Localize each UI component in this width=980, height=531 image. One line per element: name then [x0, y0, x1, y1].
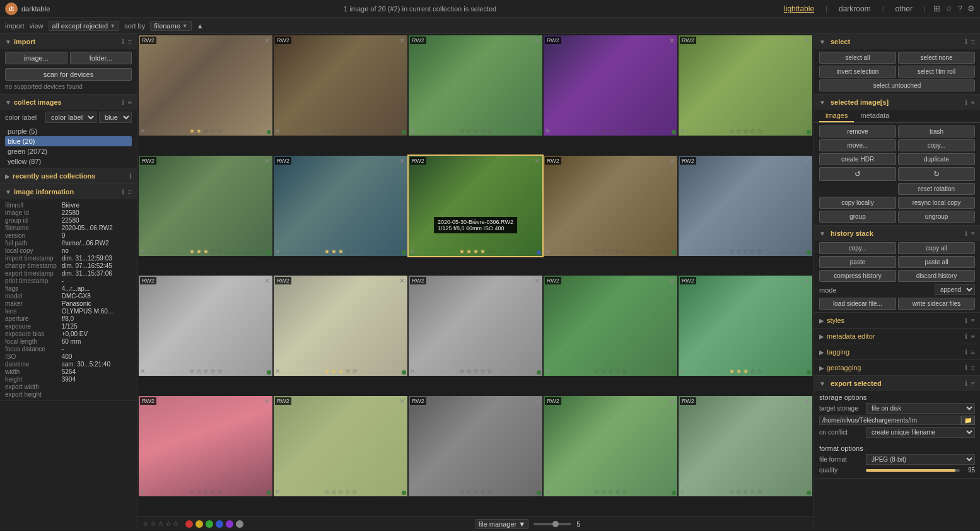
star-2-photo-18[interactable]: ☆	[473, 488, 479, 495]
geotagging-info-icon[interactable]: ℹ	[965, 364, 967, 372]
star-1-photo-14[interactable]: ☆	[601, 368, 607, 375]
photo-cell-3[interactable]: RW2✕☆☆☆☆☆✕	[409, 35, 542, 136]
photo-cell-15[interactable]: RW2✕★★★☆☆✕	[679, 276, 812, 376]
photo-stars-19[interactable]: ☆☆☆☆☆	[594, 488, 627, 495]
star-1-photo-1[interactable]: ★	[196, 127, 202, 134]
star-2-photo-12[interactable]: ★	[338, 368, 344, 375]
photo-stars-5[interactable]: ☆☆☆☆☆	[729, 127, 762, 134]
star-4[interactable]: ☆	[165, 520, 172, 528]
star-1-photo-13[interactable]: ☆	[466, 368, 472, 375]
star-4-photo-4[interactable]: ☆	[622, 127, 627, 134]
star-2-photo-16[interactable]: ☆	[203, 488, 209, 495]
star-4-photo-9[interactable]: ☆	[622, 248, 627, 255]
star-1-photo-9[interactable]: ☆	[601, 248, 607, 255]
star-0-photo-5[interactable]: ☆	[729, 127, 735, 134]
star-0-photo-11[interactable]: ☆	[189, 368, 195, 375]
photo-stars-8[interactable]: ★★★★☆	[459, 248, 493, 255]
history-copy-all-button[interactable]: copy all	[898, 242, 975, 254]
star-2-photo-9[interactable]: ☆	[608, 248, 614, 255]
ungroup-button[interactable]: ungroup	[898, 211, 975, 223]
star-2-photo-3[interactable]: ☆	[473, 127, 479, 134]
geotagging-menu-icon[interactable]: ≡	[971, 364, 975, 372]
discard-history-button[interactable]: discard history	[898, 270, 975, 282]
star-3-photo-2[interactable]: ☆	[345, 127, 351, 134]
collect-section-header[interactable]: ▼ collect images ℹ ≡	[0, 95, 137, 110]
star-2-photo-10[interactable]: ☆	[743, 248, 749, 255]
star-2-photo-13[interactable]: ☆	[473, 368, 479, 375]
star-4-photo-15[interactable]: ☆	[757, 368, 762, 375]
star-0-photo-12[interactable]: ★	[324, 368, 330, 375]
reject-icon-19[interactable]: ✕	[545, 488, 550, 495]
star-2[interactable]: ☆	[150, 520, 156, 528]
help-icon[interactable]: ?	[958, 4, 962, 13]
reject-icon-15[interactable]: ✕	[680, 368, 685, 375]
sort-dropdown[interactable]: filename ▼	[150, 21, 192, 31]
tagging-header[interactable]: ▶ tagging ℹ ≡	[814, 344, 980, 359]
photo-stars-1[interactable]: ★★☆☆☆	[189, 127, 223, 134]
star-2-photo-17[interactable]: ☆	[338, 488, 344, 495]
image-info-header[interactable]: ▼ image information ℹ ≡	[0, 184, 137, 199]
star-2-photo-11[interactable]: ☆	[203, 368, 209, 375]
star-3-photo-19[interactable]: ☆	[615, 488, 621, 495]
reject-icon-14[interactable]: ✕	[545, 368, 550, 375]
star-3-photo-5[interactable]: ☆	[750, 127, 755, 134]
collect-menu-icon[interactable]: ≡	[128, 98, 132, 107]
styles-menu-icon[interactable]: ≡	[971, 317, 975, 325]
star-1-photo-2[interactable]: ☆	[331, 127, 337, 134]
photo-stars-20[interactable]: ☆☆☆☆☆	[729, 488, 762, 495]
star-3-photo-8[interactable]: ★	[480, 248, 486, 255]
tagging-info-icon[interactable]: ℹ	[965, 348, 967, 356]
star-4-photo-20[interactable]: ☆	[757, 488, 762, 495]
star-0-photo-8[interactable]: ★	[459, 248, 465, 255]
photo-cell-14[interactable]: RW2✕☆☆☆☆☆✕	[544, 276, 677, 376]
zoom-slider-thumb[interactable]	[552, 521, 559, 527]
sort-direction[interactable]: ▲	[197, 22, 204, 30]
star-0-photo-14[interactable]: ☆	[594, 368, 600, 375]
select-menu-icon[interactable]: ≡	[971, 38, 975, 46]
star-3-photo-16[interactable]: ☆	[210, 488, 216, 495]
color-circle-red[interactable]	[185, 520, 193, 528]
star-2-photo-2[interactable]: ☆	[338, 127, 344, 134]
reject-icon-18[interactable]: ✕	[410, 488, 415, 495]
photo-stars-15[interactable]: ★★★☆☆	[729, 368, 762, 375]
photo-stars-9[interactable]: ☆☆☆☆☆	[594, 248, 627, 255]
star-2-photo-5[interactable]: ☆	[743, 127, 749, 134]
reject-icon-4[interactable]: ✕	[545, 127, 550, 134]
photo-cell-19[interactable]: RW2✕☆☆☆☆☆✕	[544, 396, 677, 496]
star-4-photo-6[interactable]: ☆	[217, 248, 223, 255]
star-3[interactable]: ☆	[158, 520, 164, 528]
star-2-photo-1[interactable]: ☆	[203, 127, 209, 134]
star-3-photo-3[interactable]: ☆	[480, 127, 486, 134]
star-3-photo-4[interactable]: ☆	[615, 127, 621, 134]
star-4-photo-13[interactable]: ☆	[487, 368, 493, 375]
star-1[interactable]: ☆	[143, 520, 149, 528]
photo-cell-5[interactable]: RW2✕☆☆☆☆☆✕	[679, 35, 812, 136]
star-2-photo-15[interactable]: ★	[743, 368, 749, 375]
star-2-photo-8[interactable]: ★	[473, 248, 479, 255]
rotate-ccw-button[interactable]: ↺	[819, 167, 896, 181]
color-circle-green[interactable]	[206, 520, 213, 528]
star-1-photo-15[interactable]: ★	[736, 368, 742, 375]
star-0-photo-13[interactable]: ☆	[459, 368, 465, 375]
write-sidecar-button[interactable]: write sidecar files	[898, 298, 975, 310]
file-format-dropdown[interactable]: JPEG (8-bit)	[866, 454, 975, 465]
color-circle-blue[interactable]	[216, 520, 223, 528]
rotate-cw-button[interactable]: ↻	[898, 167, 975, 181]
reject-icon-2[interactable]: ✕	[275, 127, 280, 134]
duplicate-button[interactable]: duplicate	[898, 153, 975, 165]
star-3-photo-1[interactable]: ☆	[210, 127, 216, 134]
select-info-icon[interactable]: ℹ	[965, 38, 967, 46]
import-info-icon[interactable]: ℹ	[122, 38, 124, 46]
load-sidecar-button[interactable]: load sidecar file...	[819, 298, 896, 310]
filter-dropdown[interactable]: all except rejected ▼	[49, 21, 120, 31]
image-info-icon-btn[interactable]: ℹ	[122, 188, 124, 196]
reject-icon-7[interactable]: ✕	[275, 248, 280, 255]
star-4-photo-12[interactable]: ☆	[352, 368, 358, 375]
star-1-photo-16[interactable]: ☆	[196, 488, 202, 495]
star-1-photo-11[interactable]: ☆	[196, 368, 202, 375]
star-icon[interactable]: ☆	[945, 4, 953, 13]
reject-icon-1[interactable]: ✕	[140, 127, 145, 134]
invert-selection-button[interactable]: invert selection	[819, 66, 896, 78]
star-3-photo-14[interactable]: ☆	[615, 368, 621, 375]
star-1-photo-12[interactable]: ★	[331, 368, 337, 375]
